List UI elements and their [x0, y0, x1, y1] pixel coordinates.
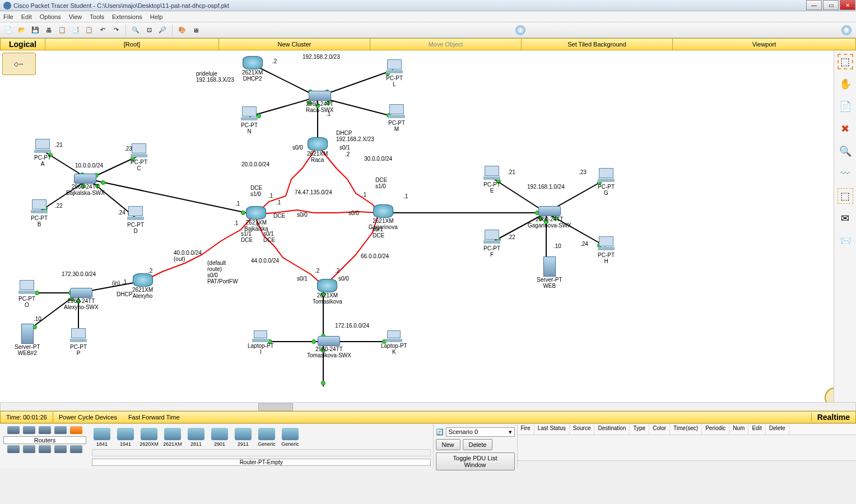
nav-viewport[interactable]: Viewport	[673, 39, 855, 50]
laptop-i[interactable]: Laptop-PTI	[248, 330, 274, 355]
server-web[interactable]: Server-PTWEB	[537, 256, 562, 289]
custom-icon[interactable]: 🖥	[189, 24, 202, 36]
device-item-1941[interactable]: 1941	[115, 428, 136, 447]
realtime-clock-icon[interactable]	[825, 388, 834, 402]
draw-palette-icon[interactable]: 🎨	[176, 24, 188, 36]
device-item-generic[interactable]: Generic	[280, 428, 300, 447]
col-periodic[interactable]: Periodic	[702, 424, 729, 435]
scenario-select[interactable]: Scenario 0▾	[446, 427, 515, 437]
device-item-2811[interactable]: 2811	[186, 428, 206, 447]
print-icon[interactable]: 🖶	[43, 24, 55, 36]
cat-end-icon[interactable]	[7, 445, 20, 453]
pc-h[interactable]: PC-PTH	[596, 236, 616, 264]
nav-logical[interactable]: Logical	[1, 39, 45, 50]
device-item-2901[interactable]: 2901	[210, 428, 230, 447]
paste-icon[interactable]: 📋	[83, 24, 95, 36]
pc-f[interactable]: PC-PTF	[482, 230, 502, 258]
maximize-button[interactable]: ▭	[823, 0, 839, 10]
pc-b[interactable]: PC-PTB	[29, 199, 49, 227]
scenario-delete-button[interactable]: Delete	[463, 439, 493, 450]
pc-n[interactable]: PC-PTN	[239, 106, 259, 134]
server-web2[interactable]: Server-PTWEB#2	[15, 324, 40, 356]
realtime-tab[interactable]: Realtime	[811, 413, 855, 422]
help-icon[interactable]: ?	[841, 25, 852, 35]
router-raca[interactable]: 2621XMRaca	[307, 137, 328, 163]
pc-a[interactable]: PC-PTA	[32, 139, 53, 167]
cat-wireless-icon[interactable]	[54, 426, 67, 434]
cat-security-icon[interactable]	[23, 445, 35, 453]
device-item-generic[interactable]: Generic	[257, 428, 277, 447]
delete-tool-icon[interactable]: ✖	[838, 121, 853, 137]
pc-g[interactable]: PC-PTG	[596, 168, 616, 196]
switch-raca[interactable]: 2960-24TTRaca-SWX	[306, 91, 333, 113]
switch-tomasikova[interactable]: 2960-24TTTomasikova-SWX	[307, 336, 351, 358]
device-item-2911[interactable]: 2911	[233, 428, 253, 447]
pc-d[interactable]: PC-PTD	[125, 206, 146, 234]
inspect-tool-icon[interactable]: 🔍	[838, 143, 853, 159]
copy-icon[interactable]: 📑	[69, 24, 82, 36]
nav-root[interactable]: [Root]	[45, 39, 219, 50]
menu-extensions[interactable]: Extensions	[112, 13, 142, 20]
cat-hubs-icon[interactable]	[39, 426, 51, 434]
navigation-cluster-icon[interactable]: ◇↔	[2, 53, 36, 75]
pc-m[interactable]: PC-PTM	[387, 104, 407, 132]
col-timesec[interactable]: Time(sec)	[670, 424, 702, 435]
undo-icon[interactable]: ↶	[96, 24, 109, 36]
toggle-pdu-button[interactable]: Toggle PDU List Window	[436, 452, 515, 470]
col-last[interactable]: Last Status	[534, 424, 570, 435]
router-alexyho[interactable]: 2621XMAlexyho	[132, 273, 153, 299]
menu-help[interactable]: Help	[150, 13, 163, 20]
menu-file[interactable]: File	[3, 13, 13, 20]
topology-workspace[interactable]: ◇↔	[0, 50, 834, 402]
nav-tiled-bg[interactable]: Set Tiled Background	[522, 39, 673, 50]
draw-tool-icon[interactable]: 〰	[838, 166, 853, 181]
device-scrollbar[interactable]	[92, 449, 431, 456]
switch-gagarinova[interactable]: 2960-24TTGagarinova-SWX	[528, 206, 571, 228]
hand-tool-icon[interactable]: ✋	[838, 76, 853, 92]
col-fire[interactable]: Fire	[518, 424, 534, 435]
menu-options[interactable]: Options	[40, 13, 61, 20]
cat-multi-icon[interactable]	[70, 445, 82, 453]
pc-e[interactable]: PC-PTE	[482, 166, 502, 194]
close-button[interactable]: ✕	[840, 0, 855, 10]
switch-alexyho[interactable]: 2960-24TTAlexyho-SWX	[64, 288, 99, 310]
col-source[interactable]: Source	[570, 424, 595, 435]
router-bajkalska[interactable]: 2621XMBajkalska	[244, 206, 268, 232]
save-icon[interactable]: 💾	[29, 24, 41, 36]
device-item-2621xm[interactable]: 2621XM	[162, 428, 183, 447]
device-item-2620xm[interactable]: 2620XM	[139, 428, 159, 447]
cat-switches-icon[interactable]	[23, 426, 35, 434]
menu-view[interactable]: View	[69, 13, 82, 20]
cat-connections-icon[interactable]	[70, 426, 82, 434]
note-tool-icon[interactable]: 📄	[838, 99, 853, 114]
power-cycle-button[interactable]: Power Cycle Devices	[53, 412, 123, 423]
cat-wan-icon[interactable]	[39, 445, 51, 453]
info-icon[interactable]: i	[515, 25, 525, 35]
col-color[interactable]: Color	[649, 424, 670, 435]
complex-pdu-icon[interactable]: 📨	[838, 233, 853, 249]
pc-p[interactable]: PC-PTP	[68, 328, 89, 356]
router-dhcp2[interactable]: 2621XMDHCP2	[242, 56, 263, 82]
pc-o[interactable]: PC-PTO	[17, 280, 37, 308]
resize-tool-icon[interactable]: ⬚	[838, 188, 853, 204]
zoomreset-icon[interactable]: ⊡	[143, 24, 155, 36]
new-icon[interactable]: 📄	[2, 24, 15, 36]
laptop-k[interactable]: Laptop-PTK	[381, 330, 407, 355]
nav-new-cluster[interactable]: New Cluster	[219, 39, 370, 50]
wizard-icon[interactable]: 📋	[56, 24, 68, 36]
cat-custom-icon[interactable]	[54, 445, 67, 453]
zoomin-icon[interactable]: 🔍	[129, 24, 142, 36]
select-tool-icon[interactable]: ⬚	[838, 54, 853, 69]
redo-icon[interactable]: ↷	[110, 24, 122, 36]
scenario-new-button[interactable]: New	[436, 439, 460, 450]
nav-move-object[interactable]: Move Object	[370, 39, 522, 50]
pc-l[interactable]: PC-PTL	[384, 59, 404, 87]
scenario-refresh-icon[interactable]: 🔄	[436, 428, 444, 436]
fast-forward-button[interactable]: Fast Forward Time	[123, 412, 185, 423]
minimize-button[interactable]: —	[806, 0, 822, 10]
col-dest[interactable]: Destination	[594, 424, 630, 435]
zoomout-icon[interactable]: 🔎	[156, 24, 169, 36]
col-edit[interactable]: Edit	[748, 424, 765, 435]
col-type[interactable]: Type	[630, 424, 649, 435]
open-icon[interactable]: 📂	[16, 24, 28, 36]
